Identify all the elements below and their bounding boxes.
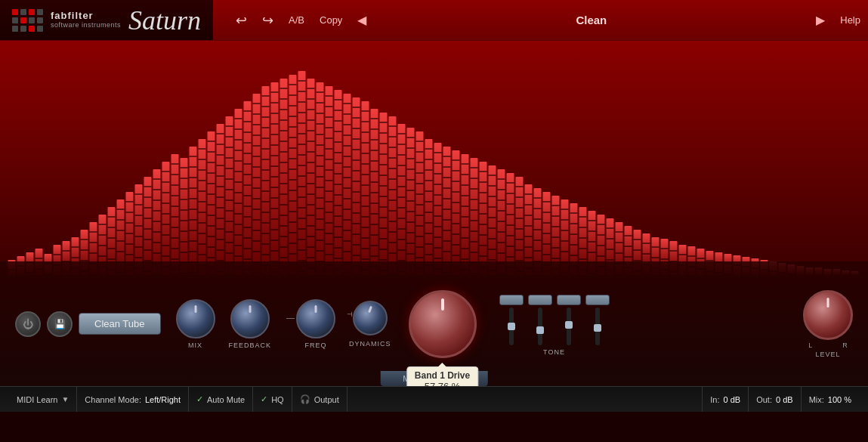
svg-rect-324 (280, 172, 288, 174)
svg-rect-309 (271, 229, 279, 230)
svg-rect-126 (171, 206, 179, 207)
tone-track-4[interactable] (595, 308, 600, 345)
svg-rect-478 (353, 149, 360, 150)
svg-rect-724 (507, 203, 514, 205)
svg-rect-149 (190, 166, 197, 168)
svg-rect-271 (253, 240, 261, 242)
svg-rect-670 (462, 258, 469, 260)
feedback-knob[interactable] (230, 299, 270, 338)
power-button[interactable]: ⏻ (15, 311, 41, 337)
svg-rect-346 (289, 190, 297, 191)
save-button[interactable]: 💾 (47, 311, 73, 337)
svg-rect-53 (108, 227, 116, 228)
svg-rect-176 (208, 141, 215, 142)
svg-rect-217 (226, 231, 233, 233)
svg-rect-407 (317, 197, 324, 199)
svg-rect-723 (507, 193, 514, 194)
svg-rect-530 (380, 153, 388, 155)
svg-rect-91 (144, 218, 152, 219)
undo-button[interactable]: ↩ (228, 0, 255, 40)
svg-rect-822 (607, 227, 614, 229)
svg-rect-657 (453, 255, 460, 256)
svg-rect-704 (489, 227, 496, 229)
svg-rect-802 (579, 248, 587, 249)
drive-knob[interactable] (409, 290, 477, 358)
svg-rect-728 (507, 246, 514, 247)
svg-rect-561 (398, 144, 406, 145)
tone-mini-btn-1[interactable] (499, 295, 524, 305)
mix-knob[interactable] (176, 299, 215, 338)
tone-track-3[interactable] (567, 308, 571, 345)
hq-section: ✓ HQ (253, 387, 292, 412)
svg-rect-118 (162, 255, 170, 257)
svg-rect-449 (335, 236, 342, 238)
svg-rect-682 (471, 252, 478, 253)
svg-rect-492 (362, 110, 369, 112)
copy-button[interactable]: Copy (312, 0, 350, 40)
ab-button[interactable]: A/B (281, 0, 312, 40)
svg-rect-544 (389, 125, 397, 127)
tone-mini-btn-2[interactable] (528, 295, 552, 305)
svg-rect-609 (425, 180, 433, 181)
midi-learn-label[interactable]: MIDI Learn (17, 395, 57, 404)
svg-rect-162 (199, 148, 206, 150)
svg-rect-517 (371, 192, 378, 193)
svg-rect-155 (190, 230, 197, 231)
svg-rect-715 (498, 221, 505, 222)
svg-rect-344 (289, 168, 297, 170)
save-icon: 💾 (54, 319, 66, 329)
svg-rect-705 (489, 238, 496, 240)
midi-dropdown-arrow[interactable]: ▼ (61, 395, 69, 403)
svg-rect-127 (171, 216, 179, 218)
saturation-type-button[interactable]: Clean Tube (79, 313, 161, 335)
svg-rect-244 (244, 153, 252, 154)
hq-label[interactable]: HQ (271, 395, 284, 404)
tone-track-2[interactable] (538, 308, 542, 345)
svg-rect-379 (307, 109, 315, 110)
svg-rect-408 (317, 208, 324, 209)
brand-text: fabfilter software instruments (51, 11, 121, 29)
svg-rect-248 (244, 195, 252, 196)
tone-mini-btn-3[interactable] (557, 295, 581, 305)
tone-mini-btn-4[interactable] (585, 295, 610, 305)
svg-rect-486 (353, 233, 360, 235)
svg-rect-128 (171, 227, 179, 228)
level-knob[interactable] (803, 290, 853, 340)
svg-rect-494 (362, 131, 369, 133)
svg-rect-794 (570, 244, 578, 246)
redo-button[interactable]: ↪ (255, 0, 281, 40)
svg-rect-867 (679, 254, 687, 255)
help-button[interactable]: Help (832, 0, 868, 40)
svg-rect-598 (416, 215, 424, 216)
svg-rect-473 (353, 97, 360, 275)
svg-rect-601 (416, 246, 424, 248)
tone-track-1[interactable] (509, 308, 514, 345)
svg-rect-783 (561, 219, 569, 221)
dynamics-knob[interactable] (353, 301, 388, 335)
channel-mode-value[interactable]: Left/Right (145, 395, 181, 404)
auto-mute-label[interactable]: Auto Mute (207, 395, 245, 404)
next-preset-button[interactable]: ▶ (808, 0, 832, 40)
svg-rect-378 (307, 98, 315, 100)
svg-rect-150 (190, 177, 197, 178)
svg-rect-410 (317, 229, 324, 230)
svg-rect-325 (280, 183, 288, 184)
brand-name: fabfilter (51, 11, 121, 21)
drive-tooltip-title: Band 1 Drive (415, 370, 470, 381)
svg-rect-261 (253, 134, 261, 136)
svg-rect-531 (380, 164, 388, 165)
svg-rect-359 (298, 112, 306, 113)
svg-rect-186 (208, 246, 215, 248)
controls-panel: ⏻ 💾 Clean Tube MIX FEEDBACK — FREQ (0, 261, 868, 386)
brand-sub: software instruments (51, 22, 121, 29)
output-label[interactable]: Output (314, 395, 339, 404)
svg-rect-702 (489, 206, 496, 208)
svg-rect-289 (262, 222, 270, 224)
svg-rect-653 (453, 212, 460, 214)
prev-preset-button[interactable]: ◀ (350, 0, 374, 40)
svg-rect-535 (380, 206, 388, 208)
power-icon: ⏻ (23, 318, 33, 330)
svg-rect-628 (434, 236, 442, 238)
freq-knob[interactable] (296, 299, 335, 338)
svg-rect-784 (561, 230, 569, 231)
